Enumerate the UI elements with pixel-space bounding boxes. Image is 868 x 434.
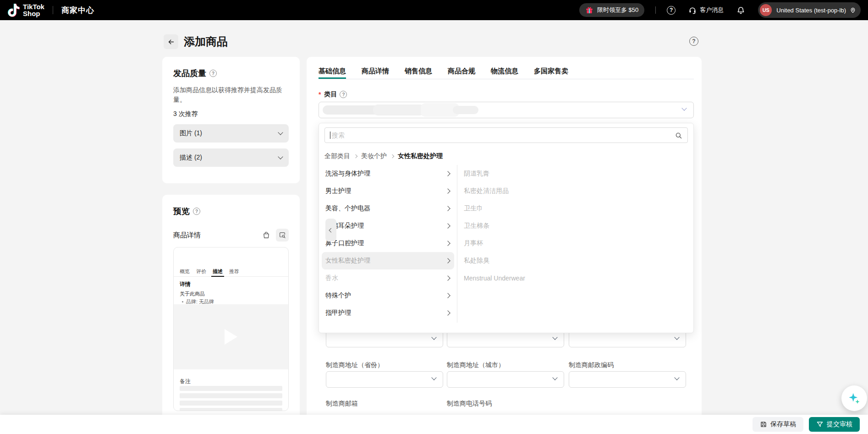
manufacturer-city-select[interactable] bbox=[447, 371, 564, 388]
save-draft-button[interactable]: 保存草稿 bbox=[753, 417, 803, 432]
preview-video-placeholder bbox=[174, 304, 288, 369]
category-search-box[interactable] bbox=[324, 127, 688, 143]
category-dropdown: 全部类目 美妆个护 女性私密处护理 洗浴与身体护理 男士护理 美容、个护电器 眼… bbox=[319, 123, 694, 333]
tiktok-note-icon bbox=[7, 3, 20, 17]
quality-group-images[interactable]: 图片 (1) bbox=[173, 124, 289, 143]
category-help-icon[interactable]: ? bbox=[340, 91, 347, 98]
preview-about-heading: 关于此商品 bbox=[180, 291, 205, 297]
preview-tab-description: 描述 bbox=[213, 267, 223, 276]
skeleton-line bbox=[180, 393, 282, 398]
header-separator bbox=[655, 6, 656, 14]
category-item[interactable]: 眼睛耳朵护理 bbox=[319, 217, 457, 235]
chevron-right-icon bbox=[445, 223, 450, 228]
preview-panel: 预览 ? 商品详情 概览 评价 描述 推荐 详情 关于此商品 品牌: 无品牌 bbox=[162, 195, 300, 434]
chevron-down-icon bbox=[278, 154, 283, 159]
preview-panel-title: 预览 bbox=[173, 206, 190, 217]
top-header: TikTok Shop 商家中心 限时领至多 $50 ? 客户消息 bbox=[0, 0, 868, 20]
promo-label: 限时领至多 $50 bbox=[597, 6, 638, 14]
category-item-disabled: 香水 bbox=[319, 269, 457, 287]
category-item[interactable]: 美容、个护电器 bbox=[319, 200, 457, 217]
quality-group-label: 描述 (2) bbox=[180, 154, 202, 162]
preview-notes-heading: 备注 bbox=[180, 378, 191, 385]
category-item[interactable]: 特殊个护 bbox=[319, 287, 457, 304]
tab-logistics[interactable]: 物流信息 bbox=[491, 64, 518, 79]
submit-review-button[interactable]: 提交审核 bbox=[809, 417, 860, 432]
shopping-bag-icon[interactable] bbox=[262, 231, 270, 239]
category-item[interactable]: 鼻子口腔护理 bbox=[319, 235, 457, 252]
ai-assistant-button[interactable] bbox=[841, 385, 867, 411]
play-icon bbox=[225, 329, 237, 345]
logo-text-bottom: Shop bbox=[23, 10, 44, 17]
quality-group-description[interactable]: 描述 (2) bbox=[173, 148, 289, 167]
help-icon[interactable]: ? bbox=[667, 6, 676, 15]
submit-review-label: 提交审核 bbox=[827, 420, 852, 429]
manufacturer-zip-select[interactable] bbox=[569, 371, 686, 388]
subcategory-item: 私处除臭 bbox=[464, 252, 693, 269]
chevron-right-icon bbox=[390, 154, 394, 158]
sparkle-icon bbox=[847, 391, 861, 405]
seller-center-title: 商家中心 bbox=[61, 5, 94, 16]
product-form-panel: 基础信息 商品详情 销售信息 商品合规 物流信息 多国家售卖 * 类目 ? 制造… bbox=[307, 57, 702, 434]
tab-basic-info[interactable]: 基础信息 bbox=[319, 64, 346, 79]
preview-inspect-button[interactable] bbox=[276, 229, 289, 242]
manufacturer-phone-label: 制造商电话号码 bbox=[447, 400, 492, 408]
skeleton-line bbox=[180, 401, 282, 406]
preview-detail-heading: 详情 bbox=[180, 280, 191, 288]
preview-tab-recommend: 推荐 bbox=[229, 267, 239, 276]
preview-tab-overview: 概览 bbox=[180, 267, 190, 276]
manufacturer-select[interactable] bbox=[326, 331, 443, 347]
category-field-label: 类目 bbox=[324, 90, 337, 99]
form-tab-bar: 基础信息 商品详情 销售信息 商品合规 物流信息 多国家售卖 bbox=[319, 64, 694, 79]
manufacturer-zip-label: 制造商邮政编码 bbox=[569, 361, 614, 369]
tab-compliance[interactable]: 商品合规 bbox=[448, 64, 475, 79]
category-select[interactable] bbox=[319, 102, 694, 118]
bell-icon bbox=[736, 6, 745, 15]
page-help-icon[interactable]: ? bbox=[689, 37, 698, 46]
required-marker: * bbox=[319, 91, 321, 98]
chevron-right-icon bbox=[445, 275, 450, 280]
manufacturer-select[interactable] bbox=[447, 331, 564, 347]
category-item-selected[interactable]: 女性私密处护理 bbox=[322, 252, 454, 269]
category-list-level1: 洗浴与身体护理 男士护理 美容、个护电器 眼睛耳朵护理 鼻子口腔护理 女性私密处… bbox=[319, 165, 457, 323]
manufacturer-city-label: 制造商地址（城市） bbox=[447, 361, 505, 369]
chevron-down-icon bbox=[681, 105, 687, 110]
quality-description: 添加商品信息以获得推荐并提高发品质量。 bbox=[173, 85, 289, 104]
chevron-right-icon bbox=[445, 310, 450, 315]
notifications-button[interactable] bbox=[736, 6, 745, 15]
category-item[interactable]: 洗浴与身体护理 bbox=[319, 165, 457, 182]
breadcrumb-feminine-care[interactable]: 女性私密处护理 bbox=[398, 152, 443, 160]
breadcrumb-all-categories[interactable]: 全部类目 bbox=[324, 152, 350, 160]
recommendation-count: 3 次推荐 bbox=[173, 110, 289, 118]
region-code-badge: US bbox=[760, 4, 772, 16]
tab-sales-info[interactable]: 销售信息 bbox=[405, 64, 432, 79]
customer-messages-button[interactable]: 客户消息 bbox=[688, 6, 724, 14]
tab-multi-country[interactable]: 多国家售卖 bbox=[534, 64, 568, 79]
headset-icon bbox=[688, 6, 697, 14]
promo-banner[interactable]: 限时领至多 $50 bbox=[579, 3, 644, 17]
header-divider bbox=[53, 6, 53, 14]
region-label: United States (test-pop-lb) bbox=[776, 7, 846, 14]
tiktok-shop-logo[interactable]: TikTok Shop bbox=[7, 3, 44, 17]
category-search-input[interactable] bbox=[331, 131, 675, 139]
location-pin-icon bbox=[850, 7, 856, 13]
manufacturer-province-label: 制造商地址（省份） bbox=[326, 361, 384, 369]
skeleton-line bbox=[180, 408, 282, 411]
manufacturer-select[interactable] bbox=[569, 331, 686, 347]
search-icon bbox=[675, 132, 682, 139]
breadcrumb-beauty-care[interactable]: 美妆个护 bbox=[361, 152, 387, 160]
back-arrow-icon bbox=[167, 38, 175, 46]
category-item[interactable]: 男士护理 bbox=[319, 182, 457, 200]
tab-product-detail[interactable]: 商品详情 bbox=[362, 64, 389, 79]
subcategory-item: 卫生棉条 bbox=[464, 217, 693, 235]
quality-help-icon[interactable]: ? bbox=[209, 70, 217, 77]
subcategory-item: 月事杯 bbox=[464, 235, 693, 252]
region-selector[interactable]: US United States (test-pop-lb) bbox=[758, 2, 861, 18]
subcategory-item: 阴道乳膏 bbox=[464, 165, 693, 182]
manufacturer-province-select[interactable] bbox=[326, 371, 443, 388]
back-button[interactable] bbox=[164, 34, 178, 49]
page-magnifier-icon bbox=[279, 231, 286, 239]
collapse-panel-button[interactable] bbox=[325, 219, 336, 242]
category-item[interactable]: 指甲护理 bbox=[319, 304, 457, 322]
chevron-right-icon bbox=[354, 154, 357, 158]
preview-help-icon[interactable]: ? bbox=[193, 208, 200, 215]
